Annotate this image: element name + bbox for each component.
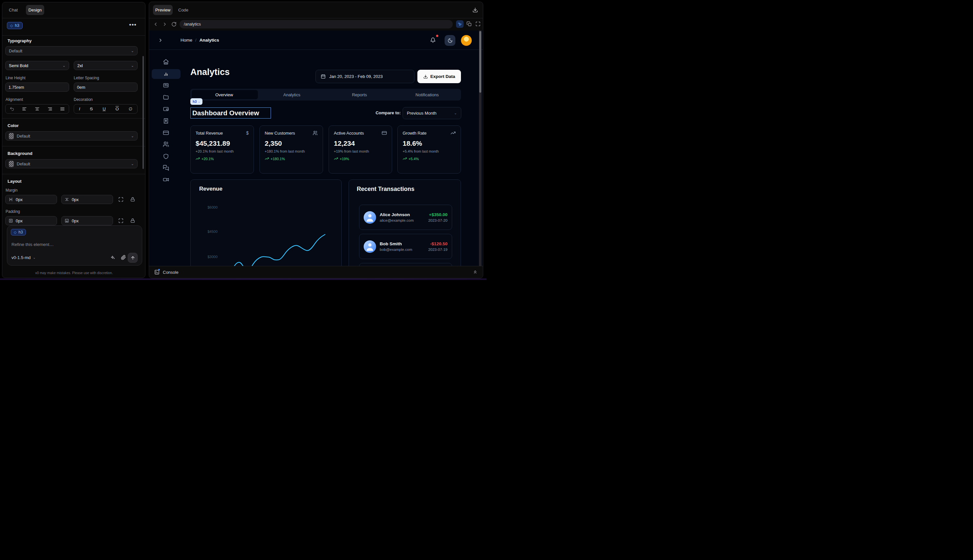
align-right-button[interactable] xyxy=(47,107,52,111)
padding-label: Padding xyxy=(5,209,20,214)
alignment-toolbar xyxy=(5,104,69,113)
section-divider xyxy=(2,174,145,174)
padding-lock-button[interactable] xyxy=(130,218,135,223)
app-scrollbar-thumb[interactable] xyxy=(479,31,481,93)
video-icon[interactable] xyxy=(163,177,169,183)
transaction-amount: -$120.50 xyxy=(428,242,447,246)
sidebar-toggle-icon[interactable] xyxy=(158,38,163,43)
tab-notifications[interactable]: Notifications xyxy=(394,92,461,97)
header-divider xyxy=(2,18,145,18)
padding-x-input[interactable]: 0px xyxy=(5,216,57,225)
newspaper-icon[interactable] xyxy=(163,82,169,88)
margin-y-input[interactable]: 0px xyxy=(61,195,113,204)
chevrons-up-icon[interactable] xyxy=(473,270,478,275)
users-icon[interactable] xyxy=(163,141,169,147)
background-select[interactable]: Default ⌄ xyxy=(5,159,138,168)
chat-context-badge[interactable]: ◇ h3 xyxy=(11,229,26,235)
align-justify-button[interactable] xyxy=(60,107,65,111)
stat-value: 12,234 xyxy=(334,140,387,147)
no-decoration-button[interactable]: ∅ xyxy=(129,107,132,111)
sidebar-tab-design[interactable]: Design xyxy=(26,5,44,15)
model-select[interactable]: v0-1.5-md ⌄ xyxy=(12,255,36,260)
date-range-button[interactable]: Jan 20, 2023 - Feb 09, 2023 xyxy=(315,70,414,83)
margin-x-input[interactable]: 0px xyxy=(5,195,57,204)
align-left-button[interactable] xyxy=(22,107,27,111)
element-options-button[interactable]: ••• xyxy=(129,21,137,28)
download-icon[interactable] xyxy=(472,7,478,13)
margin-expand-button[interactable] xyxy=(118,197,124,202)
console-bar[interactable]: Console xyxy=(149,266,483,278)
tab-overview[interactable]: Overview xyxy=(190,92,258,97)
align-center-button[interactable] xyxy=(35,107,40,111)
refresh-button[interactable] xyxy=(171,22,177,27)
url-bar[interactable]: /analytics xyxy=(180,20,453,28)
wallet-icon[interactable] xyxy=(163,106,169,112)
code-tab[interactable]: Code xyxy=(178,8,189,12)
transaction-row[interactable] xyxy=(359,263,452,266)
selection-chip[interactable]: h3 ⌄ xyxy=(190,98,202,105)
overline-button[interactable]: O xyxy=(116,107,119,111)
letter-spacing-input[interactable]: 0em xyxy=(74,83,138,92)
send-button[interactable] xyxy=(128,253,138,263)
receipt-icon[interactable] xyxy=(163,118,169,124)
transaction-amount: +$350.00 xyxy=(428,212,447,217)
attach-file-button[interactable] xyxy=(121,255,126,260)
refine-input[interactable]: Refine this element… xyxy=(12,242,54,247)
color-select[interactable]: Default ⌄ xyxy=(5,131,138,140)
transaction-row[interactable]: Bob Smith bob@example.com -$120.50 2023-… xyxy=(359,234,452,259)
font-size-select[interactable]: 2xl ⌄ xyxy=(74,61,138,70)
avatar xyxy=(364,240,376,253)
transaction-row[interactable]: Alice Johnson alice@example.com +$350.00… xyxy=(359,205,452,230)
preview-tab[interactable]: Preview xyxy=(153,5,173,15)
back-button[interactable] xyxy=(153,22,158,27)
selected-element-badge[interactable]: ◇ h3 xyxy=(7,22,23,29)
bell-icon[interactable] xyxy=(430,37,436,43)
compare-select[interactable]: Previous Month ⌄ xyxy=(403,107,461,119)
stat-card-growth-rate: Growth Rate 18.6% +5.4% from last month … xyxy=(397,125,461,173)
transaction-email: bob@example.com xyxy=(380,248,412,252)
theme-toggle-button[interactable] xyxy=(445,35,456,46)
tab-reports[interactable]: Reports xyxy=(325,92,394,97)
breadcrumb-home[interactable]: Home xyxy=(180,38,192,43)
chevron-down-icon: ⌄ xyxy=(33,256,36,259)
bar-chart-icon[interactable] xyxy=(163,71,169,77)
line-height-value: 1.75rem xyxy=(8,85,24,90)
stat-card-new-customers: New Customers 2,350 +180.1% from last mo… xyxy=(259,125,323,173)
copy-window-icon[interactable] xyxy=(467,21,472,27)
line-height-input[interactable]: 1.75rem xyxy=(5,83,69,92)
diamond-icon: ◇ xyxy=(14,230,17,235)
preview-tab-label: Preview xyxy=(155,8,170,12)
italic-button[interactable]: I xyxy=(79,107,80,111)
underline-button[interactable]: U xyxy=(103,107,105,111)
avatar[interactable] xyxy=(461,35,472,46)
compare-value: Previous Month xyxy=(407,111,436,116)
enhance-prompt-button[interactable] xyxy=(110,255,115,260)
margin-lock-button[interactable] xyxy=(130,197,135,202)
credit-card-icon[interactable] xyxy=(163,130,169,136)
forward-button[interactable] xyxy=(162,22,167,27)
transaction-name: Bob Smith xyxy=(380,242,412,246)
tab-analytics[interactable]: Analytics xyxy=(258,92,326,97)
export-data-button[interactable]: Export Data xyxy=(417,70,461,83)
padding-y-input[interactable]: 0px xyxy=(61,216,113,225)
folder-icon[interactable] xyxy=(163,94,169,100)
fullscreen-icon[interactable] xyxy=(476,21,481,27)
undo-alignment-button[interactable] xyxy=(10,107,14,111)
strikethrough-button[interactable]: S xyxy=(90,107,93,111)
section-title: Dashboard Overview xyxy=(192,109,259,117)
left-scrollbar[interactable] xyxy=(142,56,144,169)
shield-icon[interactable] xyxy=(163,153,169,160)
chevron-down-icon: ⌄ xyxy=(131,63,134,68)
sidebar-tab-chat[interactable]: Chat xyxy=(9,8,18,12)
chat-context-label: h3 xyxy=(18,230,23,235)
color-value: Default xyxy=(17,133,30,138)
selected-heading-outline[interactable]: Dashboard Overview xyxy=(190,107,271,118)
font-weight-select[interactable]: Semi Bold ⌄ xyxy=(5,61,69,70)
sidebar-tab-design-label: Design xyxy=(28,8,42,12)
letter-spacing-label: Letter Spacing xyxy=(74,76,99,80)
inspect-mode-button[interactable] xyxy=(456,20,464,28)
home-icon[interactable] xyxy=(163,58,169,65)
padding-expand-button[interactable] xyxy=(118,218,124,223)
messages-icon[interactable] xyxy=(163,165,169,171)
font-family-select[interactable]: Default ⌄ xyxy=(5,46,138,55)
